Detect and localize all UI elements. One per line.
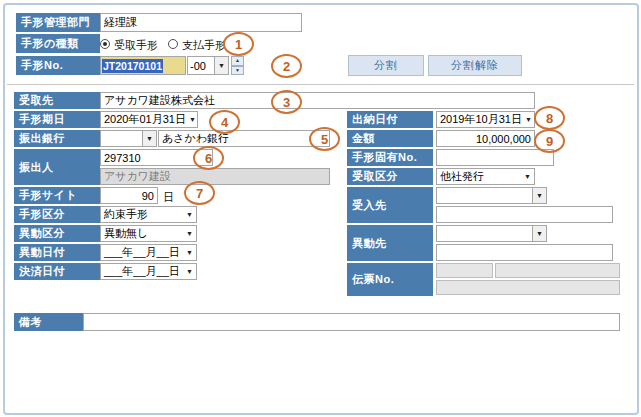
receiver-input[interactable]: アサカワ建設株式会社 [100, 92, 535, 109]
bill-class-select[interactable]: 約束手形 ▼ [100, 206, 197, 223]
bill-type-label: 手形の種類 [16, 34, 100, 53]
split-button[interactable]: 分割 [348, 55, 424, 76]
bill-sight-unit-label: 日 [163, 190, 174, 205]
bill-entry-window: 手形管理部門 経理課 手形の種類 受取手形 支払手形 手形No. JT20170… [0, 0, 641, 417]
dropdown-arrow-icon[interactable]: ▼ [214, 57, 228, 74]
annotation-circle-1: 1 [223, 32, 254, 56]
cash-date-label: 出納日付 [347, 111, 433, 128]
drawer-name-input: アサカワ建設 [100, 168, 330, 185]
accept-dest-select[interactable]: ▼ [436, 187, 547, 204]
transfer-dest-select[interactable]: ▼ [436, 225, 547, 242]
dropdown-arrow-icon[interactable]: ▼ [183, 211, 193, 218]
settle-date-value: ___年__月__日 [104, 264, 180, 279]
amount-input[interactable]: 10,000,000 [436, 130, 535, 147]
bill-no-branch-select[interactable]: -00 ▼ [187, 56, 229, 75]
transfer-dest-input[interactable] [436, 244, 613, 261]
annotation-circle-6: 6 [193, 146, 224, 170]
spinner-down-icon[interactable]: ▼ [231, 66, 244, 76]
annotation-circle-3: 3 [271, 90, 302, 114]
remarks-label: 備考 [14, 313, 83, 331]
cash-date-select[interactable]: 2019年10月31日 ▼ [436, 111, 535, 128]
due-date-value: 2020年01月31日 [104, 112, 186, 127]
radio-receivable-label: 受取手形 [114, 38, 158, 53]
dropdown-arrow-icon[interactable]: ▼ [142, 131, 156, 146]
bill-no-label: 手形No. [16, 56, 100, 75]
cash-date-value: 2019年10月31日 [440, 112, 522, 127]
change-date-label: 異動日付 [14, 244, 100, 261]
dropdown-arrow-icon[interactable]: ▼ [183, 230, 193, 237]
annotation-circle-7: 7 [184, 181, 215, 205]
settle-date-label: 決済日付 [14, 263, 100, 280]
annotation-circle-5: 5 [309, 127, 340, 151]
bill-class-label: 手形区分 [14, 206, 100, 223]
bill-class-value: 約束手形 [104, 207, 148, 222]
receiver-label: 受取先 [14, 92, 100, 109]
dropdown-arrow-icon[interactable]: ▼ [521, 173, 531, 180]
bill-no-branch-value: -00 [190, 60, 206, 72]
slip-no-box-2 [495, 263, 620, 278]
annotation-circle-9: 9 [534, 129, 565, 153]
annotation-circle-8: 8 [534, 106, 565, 130]
accept-dest-input[interactable] [436, 206, 613, 223]
dropdown-arrow-icon[interactable]: ▼ [522, 116, 532, 123]
annotation-circle-2: 2 [271, 54, 302, 78]
dropdown-arrow-icon[interactable]: ▼ [183, 268, 193, 275]
change-date-value: ___年__月__日 [104, 245, 180, 260]
remarks-input[interactable] [83, 313, 620, 331]
bank-name-input[interactable]: あさかわ銀行 [158, 130, 330, 147]
change-class-select[interactable]: 異動無し ▼ [100, 225, 197, 242]
slip-no-box-1 [436, 263, 493, 278]
due-date-label: 手形期日 [14, 111, 100, 128]
receipt-class-value: 他社発行 [440, 169, 484, 184]
receipt-class-label: 受取区分 [347, 168, 433, 185]
annotation-circle-4: 4 [209, 110, 240, 134]
department-input[interactable]: 経理課 [100, 13, 302, 32]
bill-no-selected-text: JT20170101 [102, 59, 163, 73]
dropdown-arrow-icon[interactable]: ▼ [183, 249, 193, 256]
radio-receivable-bill[interactable] [100, 39, 110, 49]
spinner-up-icon[interactable]: ▲ [231, 56, 244, 66]
slip-no-box-3 [436, 280, 620, 295]
department-label: 手形管理部門 [16, 13, 100, 32]
section-divider [7, 84, 634, 85]
dropdown-arrow-icon[interactable]: ▼ [532, 188, 546, 203]
receipt-class-select[interactable]: 他社発行 ▼ [436, 168, 535, 185]
amount-label: 金額 [347, 130, 433, 147]
bill-no-input[interactable]: JT20170101 [100, 56, 186, 75]
accept-dest-label: 受入先 [347, 187, 433, 223]
dropdown-arrow-icon[interactable]: ▼ [186, 116, 196, 123]
split-release-button[interactable]: 分割解除 [428, 55, 522, 76]
radio-payable-bill[interactable] [168, 39, 178, 49]
bill-unique-no-input[interactable] [436, 149, 554, 166]
slip-no-label: 伝票No. [347, 263, 433, 296]
bill-unique-no-label: 手形固有No. [347, 149, 433, 166]
radio-payable-label: 支払手形 [182, 38, 226, 53]
due-date-select[interactable]: 2020年01月31日 ▼ [100, 111, 198, 128]
bill-no-spinner: ▲ ▼ [231, 56, 244, 75]
drawer-label: 振出人 [14, 149, 100, 185]
change-class-value: 異動無し [104, 226, 148, 241]
drawing-bank-label: 振出銀行 [14, 130, 100, 147]
change-date-select[interactable]: ___年__月__日 ▼ [100, 244, 197, 261]
settle-date-select[interactable]: ___年__月__日 ▼ [100, 263, 197, 280]
transfer-dest-label: 異動先 [347, 225, 433, 261]
bank-code-select[interactable]: ▼ [100, 130, 157, 147]
bill-sight-input[interactable]: 90 [100, 187, 158, 204]
change-class-label: 異動区分 [14, 225, 100, 242]
dropdown-arrow-icon[interactable]: ▼ [532, 226, 546, 241]
bill-sight-label: 手形サイト [14, 187, 100, 204]
